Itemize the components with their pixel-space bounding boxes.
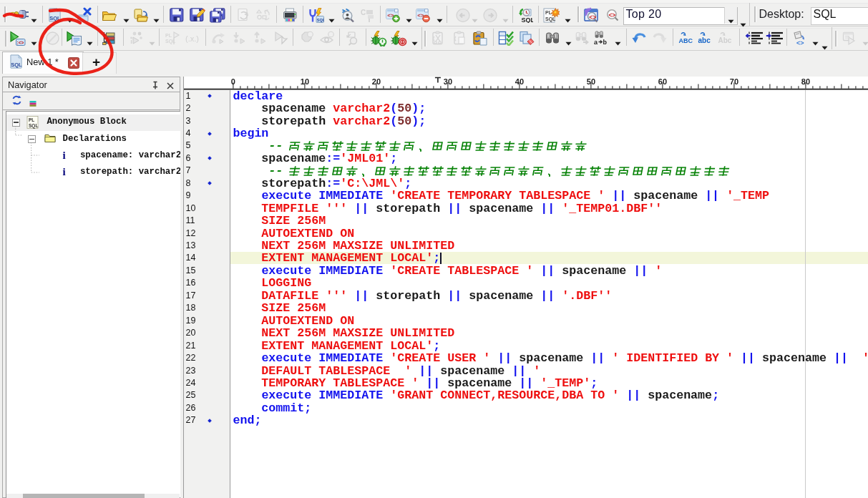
- svg-text:abc: abc: [698, 36, 711, 44]
- svg-text:ABC: ABC: [678, 37, 693, 44]
- svg-text:b: b: [603, 39, 607, 46]
- svg-text:<>: <>: [796, 39, 804, 47]
- svg-text:<>: <>: [608, 11, 615, 18]
- svg-text:a: a: [594, 39, 598, 46]
- svg-text:30: 30: [443, 77, 452, 86]
- svg-text:20: 20: [371, 77, 380, 86]
- svg-text:50: 50: [586, 77, 595, 86]
- svg-text:60: 60: [658, 77, 666, 86]
- svg-text:40: 40: [515, 77, 523, 86]
- svg-text:SQL: SQL: [545, 16, 556, 22]
- svg-text:Abc: Abc: [718, 36, 732, 44]
- svg-text:10: 10: [300, 77, 308, 86]
- svg-text:70: 70: [729, 77, 738, 86]
- svg-text:C: C: [361, 9, 366, 16]
- svg-text:PL: PL: [545, 10, 552, 15]
- svg-text:SQL: SQL: [521, 16, 533, 23]
- svg-text:SQL: SQL: [316, 17, 323, 21]
- svg-text:80: 80: [801, 77, 809, 86]
